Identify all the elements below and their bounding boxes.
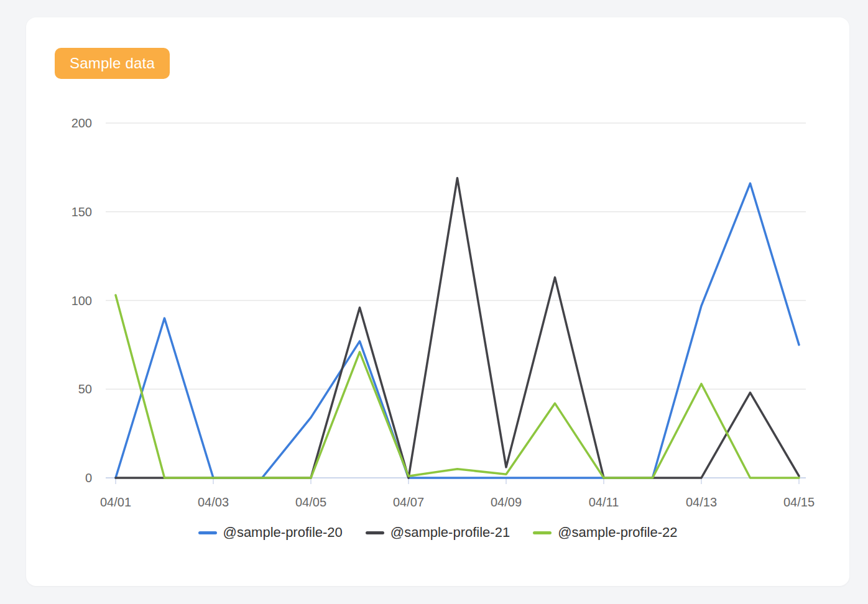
legend-label: @sample-profile-21 bbox=[390, 524, 510, 541]
x-axis-tick-label: 04/11 bbox=[589, 495, 619, 509]
legend-item-sample-profile-20[interactable]: @sample-profile-20 bbox=[198, 524, 343, 541]
y-axis-tick-label: 50 bbox=[78, 382, 92, 396]
x-axis-tick-label: 04/15 bbox=[783, 495, 815, 509]
line-chart: 05010015020004/0104/0304/0504/0704/0904/… bbox=[26, 17, 849, 586]
y-axis-tick-label: 200 bbox=[72, 116, 92, 130]
y-axis-tick-label: 0 bbox=[85, 471, 92, 485]
legend-label: @sample-profile-20 bbox=[223, 524, 343, 541]
x-axis-tick-label: 04/09 bbox=[491, 495, 522, 509]
x-axis-tick-label: 04/03 bbox=[198, 495, 229, 509]
chart-legend: @sample-profile-20@sample-profile-21@sam… bbox=[26, 524, 849, 541]
y-axis-tick-label: 150 bbox=[72, 205, 92, 219]
y-axis-tick-label: 100 bbox=[72, 294, 92, 308]
x-axis-tick-label: 04/05 bbox=[295, 495, 326, 509]
legend-line-swatch bbox=[198, 531, 217, 534]
x-axis-tick-label: 04/13 bbox=[686, 495, 717, 509]
series-line-sample-profile-20 bbox=[116, 183, 799, 478]
chart-card: Sample data 05010015020004/0104/0304/050… bbox=[26, 17, 849, 586]
legend-label: @sample-profile-22 bbox=[558, 524, 677, 541]
x-axis-tick-label: 04/07 bbox=[393, 495, 424, 509]
x-axis-tick-label: 04/01 bbox=[100, 495, 131, 509]
legend-line-swatch bbox=[366, 531, 384, 534]
legend-item-sample-profile-22[interactable]: @sample-profile-22 bbox=[533, 524, 677, 541]
legend-line-swatch bbox=[533, 531, 552, 534]
legend-item-sample-profile-21[interactable]: @sample-profile-21 bbox=[366, 524, 510, 541]
series-line-sample-profile-21 bbox=[116, 178, 799, 478]
